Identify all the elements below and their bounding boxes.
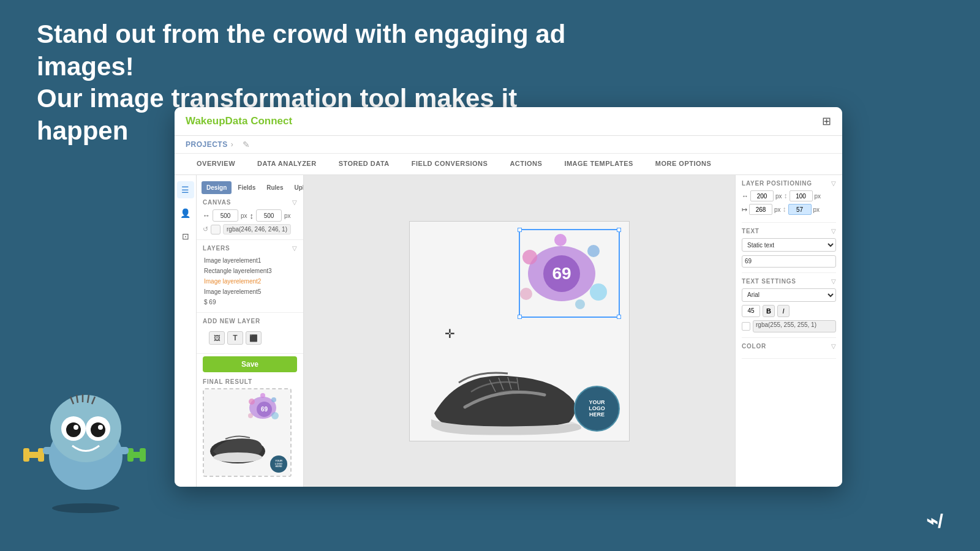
tab-actions[interactable]: ACTIONS: [499, 154, 553, 174]
font-select[interactable]: Arial: [742, 288, 836, 302]
svg-point-29: [213, 452, 262, 462]
tab-data-analyzer[interactable]: DATA ANALYZER: [246, 154, 328, 174]
subtab-rules[interactable]: Rules: [262, 181, 288, 194]
tab-more-options[interactable]: MORE OPTIONS: [644, 154, 723, 174]
handle-tr: [617, 228, 621, 232]
final-result-preview: 69 YOURLOGOHERE: [203, 388, 292, 477]
add-layer-section: ADD NEW LAYER 🖼 T ⬛: [197, 313, 303, 354]
pos-y-input[interactable]: [790, 190, 813, 201]
tab-overview[interactable]: OVERVIEW: [186, 154, 246, 174]
sidebar-icons: ☰ 👤 ⊡: [175, 175, 197, 487]
breadcrumb-chevron: ›: [231, 140, 233, 149]
svg-point-19: [52, 503, 119, 513]
add-image-layer-btn[interactable]: 🖼: [209, 331, 225, 345]
layer-positioning-filter[interactable]: ▽: [831, 180, 836, 187]
pos-x-row: ↔ px ↕ px: [742, 190, 836, 201]
pos-x-arrow: ↔: [742, 192, 748, 200]
text-filter-icon[interactable]: ▽: [831, 228, 836, 234]
layers-label: LAYERS: [203, 245, 230, 252]
canvas-color-swatch[interactable]: [211, 225, 221, 234]
pos-x-unit: px: [775, 193, 782, 200]
subtab-uploads[interactable]: Uploads: [289, 181, 304, 194]
layer-positioning-section: LAYER POSITIONING ▽ ↔ px ↕ px ↦ px ↕: [742, 180, 836, 223]
right-panel: LAYER POSITIONING ▽ ↔ px ↕ px ↦ px ↕: [735, 175, 842, 487]
rotate-icon: ↺: [203, 225, 208, 233]
canvas-section: CANVAS ▽ ↔ px ↕ px ↺ rgba(246, 246, 246,…: [197, 194, 303, 240]
italic-button[interactable]: I: [777, 305, 790, 317]
font-color-row: rgba(255, 255, 255, 1): [742, 320, 836, 332]
subtab-fields[interactable]: Fields: [233, 181, 260, 194]
pos-w-input[interactable]: [749, 204, 772, 215]
edit-icon[interactable]: ✎: [243, 140, 250, 149]
color-filter-icon[interactable]: ▽: [831, 343, 836, 350]
text-settings-filter[interactable]: ▽: [831, 278, 836, 285]
add-layer-buttons: 🖼 T ⬛: [203, 328, 297, 348]
svg-point-16: [91, 422, 105, 437]
layer-item-3[interactable]: Image layerelement2: [203, 276, 297, 287]
height-arrow-icon: ↕: [250, 211, 254, 220]
text-settings-section: TEXT SETTINGS ▽ Arial B I rgba(255, 255,…: [742, 278, 836, 338]
logo-text: WakeupData: [186, 115, 247, 127]
canvas-width-input[interactable]: [213, 209, 238, 222]
canvas-height-input[interactable]: [256, 209, 282, 222]
add-layer-label: ADD NEW LAYER: [203, 318, 297, 324]
svg-rect-20: [43, 447, 55, 454]
svg-point-27: [260, 393, 265, 398]
left-panel: Design Fields Rules Uploads Repository C…: [197, 175, 304, 487]
final-result-label: FINAL RESULT: [203, 378, 297, 385]
tab-image-templates[interactable]: IMAGE TEMPLATES: [553, 154, 644, 174]
brand-mark: ⌁/: [926, 509, 943, 533]
text-type-select[interactable]: Static text: [742, 238, 836, 252]
handle-bl: [518, 315, 522, 319]
tab-stored-data[interactable]: STORED DATA: [328, 154, 401, 174]
pos-w-row: ↦ px ↕ px: [742, 204, 836, 215]
sidebar-icon-user[interactable]: 👤: [177, 204, 194, 222]
save-button[interactable]: Save: [203, 356, 297, 372]
color-section: COLOR ▽: [742, 343, 836, 359]
svg-point-24: [271, 397, 276, 402]
pos-w-arrow: ↦: [742, 206, 747, 214]
bold-button[interactable]: B: [763, 305, 775, 317]
canvas-header: CANVAS ▽: [203, 199, 297, 206]
add-shape-layer-btn[interactable]: ⬛: [246, 331, 262, 345]
font-size-input[interactable]: [742, 305, 760, 317]
pos-h-input[interactable]: [788, 204, 812, 215]
layers-filter-icon[interactable]: ▽: [292, 245, 297, 252]
layers-section: LAYERS ▽ Image layerelement1 Rectangle l…: [197, 240, 303, 313]
canvas-filter-icon[interactable]: ▽: [292, 199, 297, 206]
subtab-design[interactable]: Design: [202, 181, 232, 194]
pos-x-input[interactable]: [750, 190, 774, 201]
add-text-layer-btn[interactable]: T: [227, 331, 243, 345]
layer-item-1[interactable]: Image layerelement1: [203, 255, 297, 266]
layer-item-2[interactable]: Rectangle layerelement3: [203, 266, 297, 276]
nav-tabs: OVERVIEW DATA ANALYZER STORED DATA FIELD…: [175, 154, 842, 175]
sidebar-icon-list[interactable]: ☰: [177, 181, 194, 198]
layer-positioning-label: LAYER POSITIONING: [742, 180, 812, 187]
final-preview-inner: 69 YOURLOGOHERE: [204, 389, 290, 476]
svg-point-15: [66, 422, 81, 437]
hero-line1: Stand out from the crowd with engaging a…: [37, 18, 588, 83]
pos-divider-1: ↕: [784, 192, 788, 200]
color-label: COLOR: [742, 343, 766, 350]
canvas-size-row: ↔ px ↕ px: [203, 209, 297, 222]
layers-header: LAYERS ▽: [203, 245, 297, 252]
canvas-label: CANVAS: [203, 199, 231, 206]
canvas-area: 69: [304, 175, 735, 487]
pos-h-unit: px: [813, 206, 820, 213]
font-color-value[interactable]: rgba(255, 255, 255, 1): [753, 320, 836, 332]
svg-point-25: [271, 412, 279, 419]
svg-text:69: 69: [552, 264, 571, 283]
layer-item-4[interactable]: Image layerelement5: [203, 287, 297, 297]
color-section-header: COLOR ▽: [742, 343, 836, 350]
layer-price[interactable]: $ 69: [203, 297, 297, 307]
title-bar: WakeupData Connect ⊞: [175, 107, 842, 136]
sidebar-icon-layers[interactable]: ⊡: [177, 228, 194, 245]
font-color-swatch[interactable]: [742, 322, 750, 331]
text-value-input[interactable]: [742, 255, 836, 268]
grid-icon[interactable]: ⊞: [822, 114, 831, 128]
projects-link[interactable]: PROJECTS: [186, 140, 228, 149]
text-section: TEXT ▽ Static text: [742, 228, 836, 273]
canvas-color-value[interactable]: rgba(246, 246, 246, 1): [223, 224, 291, 234]
breadcrumb-bar: PROJECTS › ✎: [175, 136, 842, 154]
tab-field-conversions[interactable]: FIELD CONVERSIONS: [401, 154, 499, 174]
